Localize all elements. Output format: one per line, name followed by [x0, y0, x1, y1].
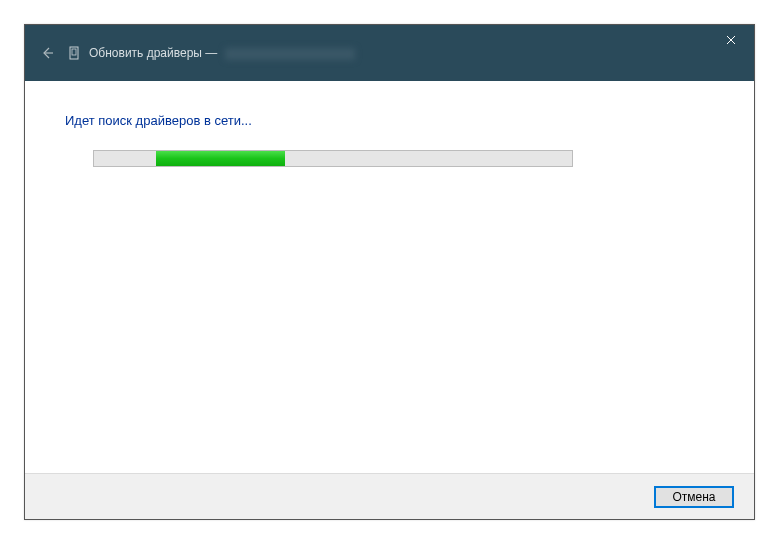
cancel-button[interactable]: Отмена [654, 486, 734, 508]
content-area: Идет поиск драйверов в сети... [25, 81, 754, 473]
title-prefix: Обновить драйверы — [89, 46, 217, 60]
progress-bar [93, 150, 573, 167]
progress-fill [156, 151, 285, 166]
svg-rect-1 [72, 49, 76, 55]
driver-update-dialog: Обновить драйверы — Идет поиск драйверов… [24, 24, 755, 520]
close-button[interactable] [708, 25, 754, 55]
footer: Отмена [25, 473, 754, 519]
device-name-blurred [225, 48, 355, 60]
status-text: Идет поиск драйверов в сети... [65, 113, 714, 128]
device-icon [67, 46, 81, 60]
back-arrow-icon[interactable] [37, 43, 57, 63]
titlebar: Обновить драйверы — [25, 25, 754, 81]
window-title: Обновить драйверы — [89, 46, 355, 60]
